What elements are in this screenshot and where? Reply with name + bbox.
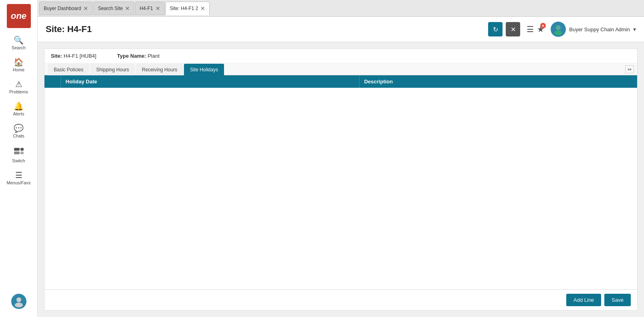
save-button[interactable]: Save	[604, 294, 631, 306]
close-button[interactable]: ✕	[506, 22, 520, 36]
user-name: Buyer Suppy Chain Admin	[569, 26, 630, 32]
site-label-text: Site:	[51, 53, 62, 59]
sidebar: one 🔍 Search 🏠 Home ⚠ Problems 🔔 Alerts …	[0, 0, 38, 317]
user-avatar	[551, 22, 566, 37]
home-icon: 🏠	[14, 58, 24, 66]
sidebar-label-search: Search	[12, 45, 26, 50]
sidebar-label-chats: Chats	[13, 133, 24, 138]
svg-point-4	[16, 297, 21, 302]
sidebar-user-avatar[interactable]	[0, 290, 37, 313]
card-footer: Add Line Save	[44, 289, 637, 310]
svg-rect-1	[14, 151, 20, 154]
refresh-icon: ↻	[493, 26, 498, 33]
refresh-button[interactable]: ↻	[488, 22, 503, 36]
sidebar-avatar	[11, 294, 26, 309]
switch-icon	[13, 146, 24, 157]
sidebar-label-switch: Switch	[12, 158, 25, 163]
tab-close-h4-f1[interactable]: ✕	[155, 6, 160, 11]
logo-text: one	[11, 11, 26, 21]
tab-site-holidays-label: Site Holidays	[190, 67, 218, 73]
svg-rect-2	[20, 148, 24, 151]
sidebar-item-search[interactable]: 🔍 Search	[0, 32, 37, 54]
star-badge: ★	[540, 23, 546, 28]
user-section[interactable]: Buyer Suppy Chain Admin ▾	[551, 22, 636, 37]
inner-tabs: Basic Policies Shipping Hours Receiving …	[44, 63, 637, 75]
sidebar-label-menus: Menus/Favs	[7, 180, 31, 185]
type-value: Plant	[147, 53, 159, 59]
tab-buyer-dashboard[interactable]: Buyer Dashboard ✕	[39, 2, 93, 15]
type-label-text: Type Name:	[117, 53, 146, 59]
panel-collapse-button[interactable]: ⇔	[625, 65, 634, 73]
sidebar-item-chats[interactable]: 💬 Chats	[0, 120, 37, 142]
svg-rect-3	[20, 151, 24, 154]
tab-shipping-hours-label: Shipping Hours	[96, 67, 129, 73]
page-content: Site: H4-F1 [HUB4] Type Name: Plant Basi…	[38, 42, 644, 317]
tab-receiving-hours-label: Receiving Hours	[142, 67, 177, 73]
svg-rect-0	[14, 148, 20, 151]
tab-site-h4-f1-2[interactable]: Site: H4-F1 2 ✕	[166, 2, 210, 15]
tab-h4-f1[interactable]: H4-F1 ✕	[135, 2, 164, 15]
chat-icon: 💬	[14, 124, 24, 132]
favorites-button[interactable]: ★ ★	[537, 24, 544, 34]
site-info: Site: H4-F1 [HUB4] Type Name: Plant	[44, 49, 637, 63]
bell-icon: 🔔	[14, 102, 24, 110]
tab-search-site[interactable]: Search Site ✕	[93, 2, 134, 15]
tab-label-search-site: Search Site	[98, 6, 123, 11]
type-label: Type Name: Plant	[117, 53, 166, 59]
sidebar-item-switch[interactable]: Switch	[0, 142, 37, 167]
tab-label-buyer-dashboard: Buyer Dashboard	[44, 6, 81, 11]
col-select	[44, 75, 61, 88]
tab-close-search-site[interactable]: ✕	[125, 6, 130, 11]
content-header: Site: H4-F1 ↻ ✕ ☰ ★ ★	[38, 17, 644, 42]
menu-icon: ☰	[15, 171, 22, 179]
sidebar-item-alerts[interactable]: 🔔 Alerts	[0, 98, 37, 120]
sidebar-label-problems: Problems	[9, 89, 28, 94]
warning-icon: ⚠	[15, 80, 22, 88]
tab-basic-policies[interactable]: Basic Policies	[48, 64, 89, 75]
hamburger-icon: ☰	[527, 25, 534, 34]
tab-close-site-h4-f1-2[interactable]: ✕	[200, 6, 205, 11]
col-description: Description	[359, 75, 637, 88]
sidebar-label-alerts: Alerts	[13, 111, 24, 116]
site-value: H4-F1 [HUB4]	[64, 53, 97, 59]
header-actions: ↻ ✕ ☰ ★ ★ Buyer Su	[488, 22, 636, 37]
tab-bar: Buyer Dashboard ✕ Search Site ✕ H4-F1 ✕ …	[38, 0, 644, 17]
col-holiday-date: Holiday Date	[61, 75, 359, 88]
close-icon: ✕	[511, 26, 516, 33]
table-wrapper[interactable]: Holiday Date Description	[44, 75, 637, 289]
sidebar-item-menus[interactable]: ☰ Menus/Favs	[0, 167, 37, 189]
sidebar-item-problems[interactable]: ⚠ Problems	[0, 76, 37, 98]
menu-button[interactable]: ☰	[527, 24, 534, 34]
tab-shipping-hours[interactable]: Shipping Hours	[90, 64, 135, 75]
tab-receiving-hours[interactable]: Receiving Hours	[136, 64, 183, 75]
main-area: Buyer Dashboard ✕ Search Site ✕ H4-F1 ✕ …	[38, 0, 644, 317]
site-label: Site: H4-F1 [HUB4]	[51, 53, 104, 59]
tab-label-site-h4-f1-2: Site: H4-F1 2	[170, 6, 198, 11]
main-card: Site: H4-F1 [HUB4] Type Name: Plant Basi…	[44, 48, 638, 311]
sidebar-item-home[interactable]: 🏠 Home	[0, 54, 37, 76]
chevron-down-icon: ▾	[633, 26, 636, 32]
add-line-button[interactable]: Add Line	[566, 294, 601, 306]
tab-site-holidays[interactable]: Site Holidays	[184, 64, 224, 75]
page-title: Site: H4-F1	[46, 24, 92, 34]
svg-point-6	[556, 25, 561, 30]
tab-label-h4-f1: H4-F1	[139, 6, 153, 11]
table-header-row: Holiday Date Description	[44, 75, 637, 88]
holidays-table: Holiday Date Description	[44, 75, 637, 88]
svg-point-7	[554, 30, 562, 35]
svg-point-5	[15, 303, 23, 307]
tab-basic-policies-label: Basic Policies	[54, 67, 83, 73]
tab-close-buyer-dashboard[interactable]: ✕	[83, 6, 88, 11]
search-icon: 🔍	[14, 36, 24, 44]
app-logo[interactable]: one	[7, 4, 31, 28]
sidebar-label-home: Home	[13, 67, 24, 72]
